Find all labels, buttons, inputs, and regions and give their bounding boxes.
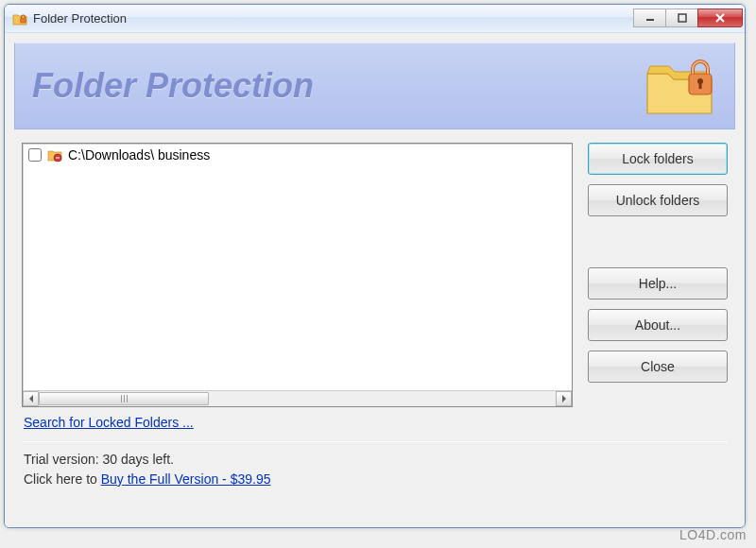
- minimize-icon: [645, 13, 655, 23]
- minimize-button[interactable]: [633, 9, 666, 27]
- list-column: C:\Downloads\ business: [22, 143, 573, 430]
- scroll-left-button[interactable]: [23, 391, 39, 406]
- locked-folder-icon: [47, 147, 62, 163]
- about-button[interactable]: About...: [588, 309, 728, 341]
- footer: Trial version: 30 days left. Click here …: [14, 442, 735, 499]
- client-area: Folder Protection: [5, 33, 745, 527]
- window-controls: [634, 9, 743, 29]
- titlebar[interactable]: Folder Protection: [5, 5, 745, 33]
- window-title: Folder Protection: [33, 11, 127, 26]
- search-locked-folders-link[interactable]: Search for Locked Folders ...: [24, 415, 194, 430]
- watermark: LO4D.com: [679, 527, 747, 542]
- buy-line: Click here to Buy the Full Version - $39…: [24, 470, 726, 489]
- help-button[interactable]: Help...: [588, 267, 728, 300]
- button-spacer: [588, 226, 728, 258]
- button-column: Lock folders Unlock folders Help... Abou…: [588, 143, 728, 430]
- maximize-icon: [678, 13, 687, 23]
- scrollbar-track[interactable]: [39, 391, 556, 406]
- svg-rect-2: [679, 14, 686, 22]
- folder-list[interactable]: C:\Downloads\ business: [22, 143, 573, 407]
- folder-path: C:\Downloads\ business: [68, 147, 210, 163]
- maximize-button[interactable]: [665, 9, 698, 27]
- horizontal-scrollbar[interactable]: [23, 390, 572, 406]
- folder-list-item[interactable]: C:\Downloads\ business: [23, 144, 572, 166]
- trial-status-text: Trial version: 30 days left.: [24, 450, 726, 470]
- svg-rect-1: [646, 19, 654, 21]
- svg-rect-0: [21, 18, 26, 23]
- unlock-folders-button[interactable]: Unlock folders: [588, 184, 728, 216]
- header-panel: Folder Protection: [14, 43, 735, 129]
- close-window-button[interactable]: [697, 9, 743, 27]
- svg-rect-7: [56, 158, 60, 159]
- scrollbar-thumb[interactable]: [39, 392, 209, 405]
- main-body: C:\Downloads\ business: [14, 129, 735, 436]
- app-window: Folder Protection Folder Protection: [4, 4, 746, 528]
- chevron-right-icon: [561, 395, 567, 402]
- search-link-row: Search for Locked Folders ...: [22, 407, 573, 430]
- close-icon: [714, 13, 726, 23]
- folder-lock-logo-icon: [644, 53, 717, 119]
- lock-folders-button[interactable]: Lock folders: [588, 143, 728, 175]
- scroll-right-button[interactable]: [556, 391, 572, 406]
- chevron-left-icon: [28, 395, 34, 402]
- svg-rect-5: [699, 82, 702, 89]
- click-here-text: Click here to: [24, 471, 101, 487]
- buy-full-version-link[interactable]: Buy the Full Version - $39.95: [101, 471, 271, 487]
- app-icon: [12, 11, 27, 26]
- close-button[interactable]: Close: [588, 351, 728, 383]
- app-title: Folder Protection: [32, 66, 314, 106]
- folder-checkbox[interactable]: [28, 148, 42, 162]
